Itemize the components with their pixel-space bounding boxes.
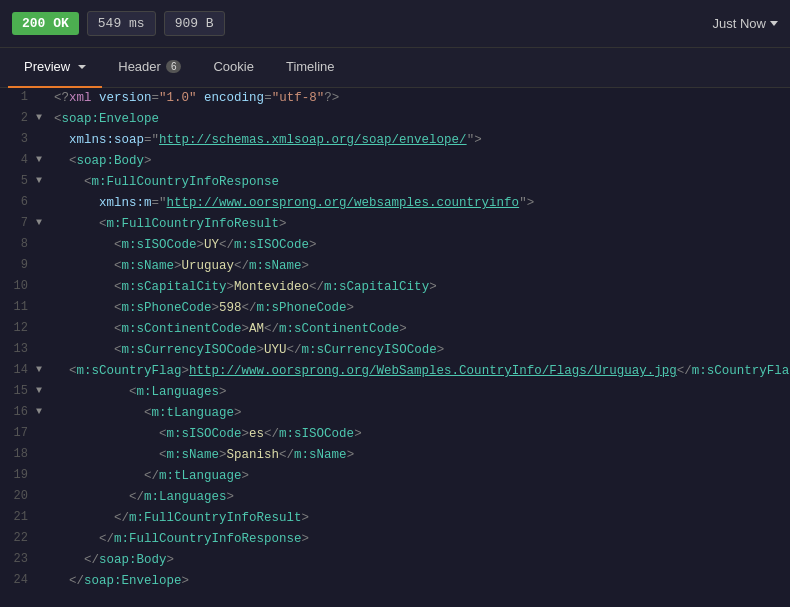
line-num-6: 6	[0, 193, 36, 210]
code-line-23: 23 </soap:Body>	[0, 550, 790, 571]
code-viewer: 1 <?xml version="1.0" encoding="utf-8"?>…	[0, 88, 790, 607]
line-content-12: <m:sContinentCode>AM</m:sContinentCode>	[50, 319, 790, 340]
line-content-7: <m:FullCountryInfoResult>	[50, 214, 790, 235]
line-content-16: <m:tLanguage>	[50, 403, 790, 424]
line-content-4: <soap:Body>	[50, 151, 790, 172]
line-content-19: </m:tLanguage>	[50, 466, 790, 487]
top-bar: 200 OK 549 ms 909 B Just Now	[0, 0, 790, 48]
code-line-15: 15 ▼ <m:Languages>	[0, 382, 790, 403]
line-content-20: </m:Languages>	[50, 487, 790, 508]
line-content-24: </soap:Envelope>	[50, 571, 790, 592]
line-num-12: 12	[0, 319, 36, 336]
tab-timeline[interactable]: Timeline	[270, 48, 351, 88]
line-num-7: 7	[0, 214, 36, 231]
code-line-19: 19 </m:tLanguage>	[0, 466, 790, 487]
line-content-2: <soap:Envelope	[50, 109, 790, 130]
line-content-23: </soap:Body>	[50, 550, 790, 571]
tab-bar: Preview Header 6 Cookie Timeline	[0, 48, 790, 88]
line-num-19: 19	[0, 466, 36, 483]
line-num-24: 24	[0, 571, 36, 588]
line-num-3: 3	[0, 130, 36, 147]
line-num-1: 1	[0, 88, 36, 105]
line-num-16: 16	[0, 403, 36, 420]
code-line-24: 24 </soap:Envelope>	[0, 571, 790, 592]
line-content-8: <m:sISOCode>UY</m:sISOCode>	[50, 235, 790, 256]
line-num-5: 5	[0, 172, 36, 189]
line-num-10: 10	[0, 277, 36, 294]
line-num-11: 11	[0, 298, 36, 315]
status-badge: 200 OK	[12, 12, 79, 35]
time-badge: 549 ms	[87, 11, 156, 36]
line-content-21: </m:FullCountryInfoResult>	[50, 508, 790, 529]
line-num-18: 18	[0, 445, 36, 462]
code-line-16: 16 ▼ <m:tLanguage>	[0, 403, 790, 424]
code-line-17: 17 <m:sISOCode>es</m:sISOCode>	[0, 424, 790, 445]
timestamp[interactable]: Just Now	[713, 16, 778, 31]
code-line-10: 10 <m:sCapitalCity>Montevideo</m:sCapita…	[0, 277, 790, 298]
timestamp-chevron-icon	[770, 21, 778, 26]
preview-chevron-icon	[78, 65, 86, 69]
line-content-9: <m:sName>Uruguay</m:sName>	[50, 256, 790, 277]
code-line-22: 22 </m:FullCountryInfoResponse>	[0, 529, 790, 550]
header-badge: 6	[166, 60, 182, 73]
size-badge: 909 B	[164, 11, 225, 36]
line-num-13: 13	[0, 340, 36, 357]
line-num-2: 2	[0, 109, 36, 126]
line-num-14: 14	[0, 361, 36, 378]
line-content-3: xmlns:soap="http://schemas.xmlsoap.org/s…	[50, 130, 790, 151]
line-content-10: <m:sCapitalCity>Montevideo</m:sCapitalCi…	[50, 277, 790, 298]
tab-preview[interactable]: Preview	[8, 48, 102, 88]
line-content-5: <m:FullCountryInfoResponse	[50, 172, 790, 193]
line-content-1: <?xml version="1.0" encoding="utf-8"?>	[50, 88, 790, 109]
line-num-17: 17	[0, 424, 36, 441]
line-content-13: <m:sCurrencyISOCode>UYU</m:sCurrencyISOC…	[50, 340, 790, 361]
code-line-7: 7 ▼ <m:FullCountryInfoResult>	[0, 214, 790, 235]
line-num-4: 4	[0, 151, 36, 168]
line-num-21: 21	[0, 508, 36, 525]
code-line-4: 4 ▼ <soap:Body>	[0, 151, 790, 172]
line-num-20: 20	[0, 487, 36, 504]
code-line-6: 6 xmlns:m="http://www.oorsprong.org/webs…	[0, 193, 790, 214]
code-line-14: 14 ▼ <m:sCountryFlag>http://www.oorspron…	[0, 361, 790, 382]
code-line-9: 9 <m:sName>Uruguay</m:sName>	[0, 256, 790, 277]
code-line-20: 20 </m:Languages>	[0, 487, 790, 508]
line-num-9: 9	[0, 256, 36, 273]
code-line-13: 13 <m:sCurrencyISOCode>UYU</m:sCurrencyI…	[0, 340, 790, 361]
line-num-15: 15	[0, 382, 36, 399]
line-content-11: <m:sPhoneCode>598</m:sPhoneCode>	[50, 298, 790, 319]
line-num-8: 8	[0, 235, 36, 252]
code-line-11: 11 <m:sPhoneCode>598</m:sPhoneCode>	[0, 298, 790, 319]
line-content-14: <m:sCountryFlag>http://www.oorsprong.org…	[50, 361, 790, 382]
code-line-21: 21 </m:FullCountryInfoResult>	[0, 508, 790, 529]
tab-header[interactable]: Header 6	[102, 48, 197, 88]
line-content-18: <m:sName>Spanish</m:sName>	[50, 445, 790, 466]
code-line-1: 1 <?xml version="1.0" encoding="utf-8"?>	[0, 88, 790, 109]
code-line-3: 3 xmlns:soap="http://schemas.xmlsoap.org…	[0, 130, 790, 151]
code-line-5: 5 ▼ <m:FullCountryInfoResponse	[0, 172, 790, 193]
line-num-22: 22	[0, 529, 36, 546]
line-content-22: </m:FullCountryInfoResponse>	[50, 529, 790, 550]
line-content-17: <m:sISOCode>es</m:sISOCode>	[50, 424, 790, 445]
code-line-8: 8 <m:sISOCode>UY</m:sISOCode>	[0, 235, 790, 256]
tab-cookie[interactable]: Cookie	[197, 48, 269, 88]
code-line-2: 2 ▼ <soap:Envelope	[0, 109, 790, 130]
code-line-12: 12 <m:sContinentCode>AM</m:sContinentCod…	[0, 319, 790, 340]
line-content-6: xmlns:m="http://www.oorsprong.org/websam…	[50, 193, 790, 214]
line-content-15: <m:Languages>	[50, 382, 790, 403]
code-line-18: 18 <m:sName>Spanish</m:sName>	[0, 445, 790, 466]
line-num-23: 23	[0, 550, 36, 567]
